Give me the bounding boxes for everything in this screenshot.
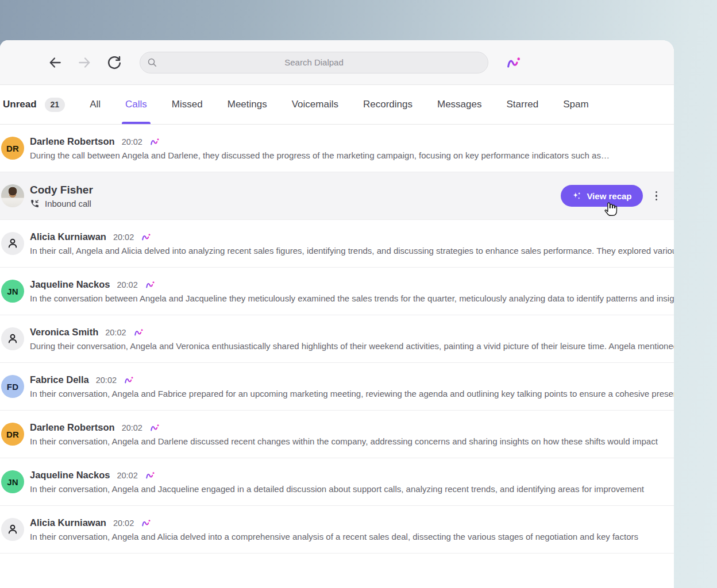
view-recap-button[interactable]: View recap [561,185,642,207]
person-icon [6,237,19,250]
call-summary-preview: During the call between Angela and Darle… [30,150,674,160]
forward-icon[interactable] [77,55,92,70]
call-list-item[interactable]: JN Jaqueline Nackos 20:02 In the convers… [0,268,674,315]
call-list-item[interactable]: DR Darlene Robertson 20:02 In their conv… [0,411,674,458]
dialpad-ai-logo [506,56,522,69]
search-input[interactable] [140,52,488,73]
avatar [1,327,24,350]
contact-name: Fabrice Della [30,374,89,385]
tab-all[interactable]: All [90,85,101,124]
ai-summary-icon [141,519,152,527]
reload-icon[interactable] [107,55,122,70]
search-icon [147,57,157,68]
ai-summary-icon [141,233,152,241]
ai-summary-icon [145,280,156,289]
filter-tab-bar: Unread 21 All Calls Missed Meetings Voic… [0,85,674,125]
contact-name: Alicia Kurniawan [30,231,106,242]
call-time: 20:02 [113,233,134,242]
call-list: DR Darlene Robertson 20:02 During the ca… [0,125,674,554]
person-icon [6,332,19,345]
call-summary-preview: During their conversation, Angela and Ve… [30,341,674,351]
call-time: 20:02 [122,423,142,432]
call-summary-preview: In their call, Angela and Alicia delved … [30,246,674,256]
avatar: JN [1,280,24,303]
dialpad-inbox-window: Unread 21 All Calls Missed Meetings Voic… [0,40,674,588]
browser-toolbar [0,40,674,85]
avatar: DR [1,423,24,446]
more-options-icon[interactable] [653,188,661,204]
call-time: 20:02 [117,280,137,289]
back-icon[interactable] [48,55,63,70]
call-list-item[interactable]: DR Darlene Robertson 20:02 During the ca… [0,125,674,172]
inbound-call-icon [30,199,40,208]
tab-recordings[interactable]: Recordings [363,85,413,124]
tab-missed[interactable]: Missed [172,85,203,124]
tab-calls[interactable]: Calls [125,85,147,124]
avatar: JN [1,470,24,493]
ai-summary-icon [150,137,160,146]
call-summary-preview: In the conversation between Angela and J… [30,293,674,303]
contact-name: Cody Fisher [30,184,93,196]
call-list-item[interactable]: FD Fabrice Della 20:02 In their conversa… [0,363,674,411]
contact-name: Darlene Robertson [30,422,115,433]
call-summary-preview: In their conversation, Angela and Jacque… [30,484,674,494]
avatar [1,184,24,207]
sparkles-icon [572,191,581,201]
call-type-label: Inbound call [45,199,91,208]
avatar [1,518,24,541]
ai-summary-icon [145,471,156,479]
contact-name: Jaqueline Nackos [30,470,110,481]
contact-name: Veronica Smith [30,327,98,338]
tab-spam[interactable]: Spam [563,85,588,124]
unread-filter[interactable]: Unread 21 [3,98,65,112]
call-time: 20:02 [105,328,126,337]
person-icon [6,523,19,536]
call-list-item[interactable]: Alicia Kurniawan 20:02 In their call, An… [0,220,674,268]
unread-label: Unread [3,99,37,110]
ai-summary-icon [150,423,160,432]
ai-summary-icon [134,328,144,336]
call-time: 20:02 [113,519,134,528]
call-summary-preview: In their conversation, Angela and Alicia… [30,532,674,541]
contact-name: Jaqueline Nackos [30,279,110,290]
avatar [1,232,24,255]
call-time: 20:02 [96,376,117,385]
call-summary-preview: In their conversation, Angela and Fabric… [30,389,674,399]
call-list-item-hovered[interactable]: Cody Fisher Inbound call [0,172,674,220]
call-time: 20:02 [122,137,142,146]
call-time: 20:02 [117,471,137,480]
tab-meetings[interactable]: Meetings [228,85,267,124]
tab-starred[interactable]: Starred [506,85,538,124]
avatar: DR [1,137,24,160]
call-list-item[interactable]: Alicia Kurniawan 20:02 In their conversa… [0,506,674,554]
unread-count-badge: 21 [45,98,65,112]
view-recap-label: View recap [587,191,631,201]
call-list-item[interactable]: Veronica Smith 20:02 During their conver… [0,315,674,363]
contact-name: Darlene Robertson [30,136,115,147]
search-bar[interactable] [140,52,488,74]
tab-voicemails[interactable]: Voicemails [292,85,338,124]
contact-name: Alicia Kurniawan [30,517,106,528]
call-summary-preview: In their conversation, Angela and Darlen… [30,436,674,446]
tab-messages[interactable]: Messages [437,85,481,124]
avatar: FD [1,375,24,398]
call-list-item[interactable]: JN Jaqueline Nackos 20:02 In their conve… [0,458,674,506]
ai-summary-icon [124,376,134,384]
